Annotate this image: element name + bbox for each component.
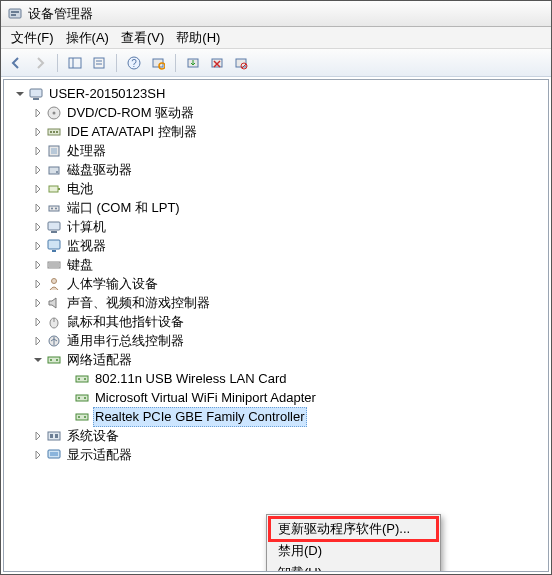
tree-root[interactable]: USER-20150123SH xyxy=(8,85,548,103)
tree-category-label: 监视器 xyxy=(65,237,108,255)
tree-category-label: 声音、视频和游戏控制器 xyxy=(65,294,212,312)
tree-category[interactable]: 人体学输入设备 xyxy=(8,275,548,293)
svg-rect-61 xyxy=(55,434,58,438)
tree-category-label: 电池 xyxy=(65,180,95,198)
expand-icon[interactable] xyxy=(32,126,44,138)
tree-category[interactable]: 声音、视频和游戏控制器 xyxy=(8,294,548,312)
menu-view[interactable]: 查看(V) xyxy=(115,27,170,49)
ctx-disable[interactable]: 禁用(D) xyxy=(270,540,437,562)
tree-category[interactable]: 通用串行总线控制器 xyxy=(8,332,548,350)
menu-action[interactable]: 操作(A) xyxy=(60,27,115,49)
tree-category[interactable]: 端口 (COM 和 LPT) xyxy=(8,199,548,217)
disk-icon xyxy=(46,162,62,178)
device-tree[interactable]: USER-20150123SH DVD/CD-ROM 驱动器IDE ATA/AT… xyxy=(3,79,549,572)
tree-category[interactable]: 显示适配器 xyxy=(8,446,548,464)
svg-rect-26 xyxy=(56,131,58,133)
svg-rect-56 xyxy=(76,414,88,420)
nic-icon xyxy=(74,371,90,387)
collapse-icon[interactable] xyxy=(32,354,44,366)
battery-icon xyxy=(46,181,62,197)
tree-category-label: 显示适配器 xyxy=(65,446,134,464)
expand-icon[interactable] xyxy=(32,335,44,347)
expand-icon[interactable] xyxy=(32,278,44,290)
display-icon xyxy=(46,447,62,463)
tree-category-label: IDE ATA/ATAPI 控制器 xyxy=(65,123,199,141)
titlebar: 设备管理器 xyxy=(1,1,551,27)
toolbar-forward-icon[interactable] xyxy=(29,52,51,74)
expand-icon[interactable] xyxy=(32,164,44,176)
menubar: 文件(F) 操作(A) 查看(V) 帮助(H) xyxy=(1,27,551,49)
toolbar-scan-icon[interactable] xyxy=(147,52,169,74)
tree-category-network[interactable]: 网络适配器 xyxy=(8,351,548,369)
tree-category-label: DVD/CD-ROM 驱动器 xyxy=(65,104,196,122)
ctx-uninstall[interactable]: 卸载(U) xyxy=(270,562,437,572)
svg-rect-40 xyxy=(48,262,60,268)
tree-category-label: 磁盘驱动器 xyxy=(65,161,134,179)
tree-category[interactable]: 系统设备 xyxy=(8,427,548,445)
sound-icon xyxy=(46,295,62,311)
svg-rect-37 xyxy=(51,231,57,233)
svg-rect-32 xyxy=(58,188,60,190)
menu-help[interactable]: 帮助(H) xyxy=(170,27,226,49)
expand-icon[interactable] xyxy=(32,183,44,195)
expand-icon[interactable] xyxy=(32,145,44,157)
ctx-update-driver[interactable]: 更新驱动程序软件(P)... xyxy=(270,518,437,540)
ide-icon xyxy=(46,124,62,140)
tree-category[interactable]: 鼠标和其他指针设备 xyxy=(8,313,548,331)
expand-icon[interactable] xyxy=(32,297,44,309)
svg-point-57 xyxy=(78,416,80,418)
svg-rect-63 xyxy=(50,452,58,456)
svg-point-55 xyxy=(84,397,86,399)
collapse-icon[interactable] xyxy=(14,88,26,100)
toolbar-update-icon[interactable] xyxy=(182,52,204,74)
tree-device[interactable]: 802.11n USB Wireless LAN Card xyxy=(8,370,548,388)
expand-icon[interactable] xyxy=(32,430,44,442)
svg-point-49 xyxy=(56,359,58,361)
tree-device-label: 802.11n USB Wireless LAN Card xyxy=(93,370,288,388)
tree-category[interactable]: 键盘 xyxy=(8,256,548,274)
tree-category[interactable]: 计算机 xyxy=(8,218,548,236)
menu-file[interactable]: 文件(F) xyxy=(5,27,60,49)
app-icon xyxy=(7,6,23,22)
tree-root-label: USER-20150123SH xyxy=(47,85,167,103)
toolbar: ? xyxy=(1,49,551,77)
tree-device[interactable]: Microsoft Virtual WiFi Miniport Adapter xyxy=(8,389,548,407)
svg-rect-3 xyxy=(69,58,81,68)
expand-icon[interactable] xyxy=(32,449,44,461)
tree-category-label: 端口 (COM 和 LPT) xyxy=(65,199,182,217)
toolbar-help-icon[interactable]: ? xyxy=(123,52,145,74)
toolbar-props-icon[interactable] xyxy=(88,52,110,74)
expand-icon[interactable] xyxy=(32,240,44,252)
expand-icon[interactable] xyxy=(32,259,44,271)
tree-category[interactable]: DVD/CD-ROM 驱动器 xyxy=(8,104,548,122)
expand-icon[interactable] xyxy=(32,202,44,214)
tree-category[interactable]: 电池 xyxy=(8,180,548,198)
toolbar-separator xyxy=(57,54,58,72)
expand-icon[interactable] xyxy=(32,316,44,328)
tree-category-label: 鼠标和其他指针设备 xyxy=(65,313,186,331)
tree-category[interactable]: 监视器 xyxy=(8,237,548,255)
toolbar-pane-icon[interactable] xyxy=(64,52,86,74)
svg-rect-59 xyxy=(48,432,60,440)
toolbar-back-icon[interactable] xyxy=(5,52,27,74)
tree-device[interactable]: Realtek PCIe GBE Family Controller xyxy=(8,408,548,426)
tree-category[interactable]: 处理器 xyxy=(8,142,548,160)
svg-rect-60 xyxy=(50,434,53,438)
expand-icon[interactable] xyxy=(32,221,44,233)
svg-rect-5 xyxy=(94,58,104,68)
svg-rect-39 xyxy=(52,250,56,252)
spacer xyxy=(60,392,72,404)
disc-icon xyxy=(46,105,62,121)
system-icon xyxy=(46,428,62,444)
computer-icon xyxy=(46,219,62,235)
tree-category[interactable]: IDE ATA/ATAPI 控制器 xyxy=(8,123,548,141)
tree-category[interactable]: 磁盘驱动器 xyxy=(8,161,548,179)
nic-icon xyxy=(74,390,90,406)
svg-rect-20 xyxy=(33,98,39,100)
svg-point-34 xyxy=(51,208,53,210)
expand-icon[interactable] xyxy=(32,107,44,119)
toolbar-uninstall-icon[interactable] xyxy=(206,52,228,74)
toolbar-disable-icon[interactable] xyxy=(230,52,252,74)
toolbar-separator xyxy=(116,54,117,72)
spacer xyxy=(60,411,72,423)
